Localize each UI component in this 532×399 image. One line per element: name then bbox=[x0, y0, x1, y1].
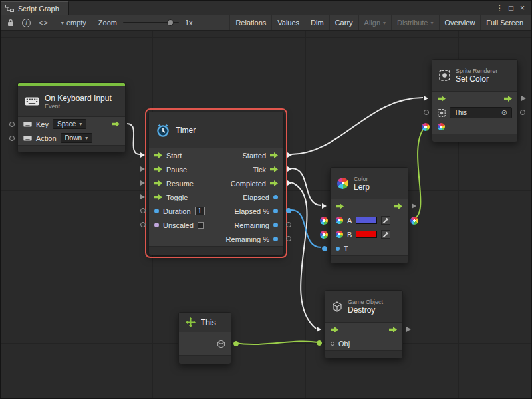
port-obj-value[interactable] bbox=[317, 340, 322, 346]
port-elapsed-pct-value[interactable] bbox=[286, 208, 291, 213]
port-flow-out[interactable] bbox=[412, 203, 416, 209]
graph-source-caret-icon[interactable]: ▾ bbox=[61, 20, 64, 26]
trigger-flow-out-arrow[interactable] bbox=[112, 121, 120, 127]
flow-in-arrow[interactable] bbox=[438, 96, 446, 102]
port-started-flow[interactable] bbox=[287, 152, 292, 158]
wire-timer-completed-to-destroy[interactable] bbox=[291, 182, 316, 329]
flow-in-arrow[interactable] bbox=[154, 194, 162, 200]
duration-input[interactable]: 1 bbox=[195, 207, 205, 215]
flow-out-arrow[interactable] bbox=[389, 327, 397, 332]
port-action-value[interactable] bbox=[9, 136, 15, 141]
port-target-value[interactable] bbox=[424, 110, 429, 115]
wire-timer-tick-to-lerp[interactable] bbox=[291, 168, 321, 205]
flow-in-arrow[interactable] bbox=[154, 152, 162, 158]
port-color-value[interactable] bbox=[422, 123, 430, 131]
port-remaining-value[interactable] bbox=[286, 222, 291, 227]
port-color-a[interactable] bbox=[320, 217, 328, 225]
object-picker-icon[interactable]: ⊙ bbox=[501, 108, 507, 117]
value-in-dot[interactable] bbox=[154, 209, 159, 213]
flow-in-arrow[interactable] bbox=[331, 327, 338, 332]
distribute-button[interactable]: Distribute▾ bbox=[391, 15, 438, 30]
value-out-dot[interactable] bbox=[273, 223, 278, 227]
graph-source-label[interactable]: empty bbox=[66, 19, 86, 27]
window-menu-icon[interactable]: ⋮ bbox=[494, 1, 505, 15]
port-label: Tick bbox=[253, 166, 266, 174]
port-start-flow[interactable] bbox=[140, 152, 145, 158]
port-renderer-out[interactable] bbox=[520, 110, 525, 115]
port-toggle-flow[interactable] bbox=[140, 194, 145, 200]
carry-button[interactable]: Carry bbox=[329, 15, 358, 30]
value-in-dot[interactable] bbox=[154, 223, 159, 227]
color-a-swatch[interactable] bbox=[356, 217, 377, 224]
port-color-b[interactable] bbox=[320, 231, 328, 239]
dim-button[interactable]: Dim bbox=[305, 15, 329, 30]
port-unscaled-value[interactable] bbox=[140, 222, 146, 227]
port-flow-out[interactable] bbox=[521, 96, 526, 101]
node-on-keyboard-input[interactable]: On Keyboard Input Event Key Space▾ Actio… bbox=[17, 82, 126, 152]
flow-out-arrow[interactable] bbox=[270, 152, 278, 158]
value-out-dot[interactable] bbox=[273, 209, 278, 213]
zoom-slider[interactable] bbox=[123, 22, 179, 23]
flow-in-arrow[interactable] bbox=[154, 180, 162, 186]
value-in-dot[interactable] bbox=[331, 342, 334, 346]
action-label: Action bbox=[36, 134, 57, 142]
fullscreen-button[interactable]: Full Screen bbox=[480, 15, 529, 30]
port-t-value[interactable] bbox=[322, 246, 327, 251]
port-flow-in[interactable] bbox=[317, 327, 321, 332]
port-flow-out[interactable] bbox=[406, 327, 411, 332]
chevron-down-icon: ▾ bbox=[431, 20, 434, 26]
target-object-field[interactable]: This⊙ bbox=[450, 107, 512, 118]
flow-out-arrow[interactable] bbox=[270, 166, 278, 172]
align-button[interactable]: Align▾ bbox=[358, 15, 391, 30]
port-resume-flow[interactable] bbox=[140, 180, 145, 186]
node-color-lerp[interactable]: Color Lerp A B T bbox=[330, 167, 408, 263]
port-key-value[interactable] bbox=[9, 122, 15, 127]
values-button[interactable]: Values bbox=[271, 15, 305, 30]
port-pause-flow[interactable] bbox=[140, 166, 145, 172]
value-in-dot[interactable] bbox=[336, 247, 340, 251]
unscaled-checkbox[interactable] bbox=[198, 222, 204, 229]
port-result-color[interactable] bbox=[410, 217, 418, 225]
port-self-out[interactable] bbox=[233, 341, 239, 346]
relations-button[interactable]: Relations bbox=[229, 15, 271, 30]
flow-out-arrow[interactable] bbox=[394, 203, 402, 209]
node-set-color[interactable]: Sprite Renderer Set Color This⊙ bbox=[432, 59, 518, 141]
wire-timer-started-to-setcolor[interactable] bbox=[291, 98, 423, 154]
window-maximize-icon[interactable]: □ bbox=[505, 1, 517, 15]
zoom-slider-handle[interactable] bbox=[167, 19, 174, 26]
value-out-dot[interactable] bbox=[273, 195, 278, 200]
color-b-swatch[interactable] bbox=[356, 231, 377, 238]
wire-keyboard-to-timer-start[interactable] bbox=[127, 124, 140, 154]
node-timer[interactable]: Timer StartStarted PauseTick ResumeCompl… bbox=[148, 112, 284, 255]
info-icon[interactable]: i bbox=[18, 19, 35, 27]
port-tick-flow[interactable] bbox=[287, 166, 292, 172]
port-completed-flow[interactable] bbox=[287, 180, 292, 186]
window-controls: ⋮ □ × bbox=[494, 1, 531, 15]
key-dropdown[interactable]: Space▾ bbox=[53, 119, 86, 129]
overview-button[interactable]: Overview bbox=[439, 15, 481, 30]
flow-in-arrow[interactable] bbox=[154, 166, 162, 172]
port-duration-value[interactable] bbox=[140, 208, 146, 213]
port-flow-in[interactable] bbox=[322, 203, 327, 209]
port-remaining-pct-value[interactable] bbox=[286, 236, 291, 241]
flow-out-arrow[interactable] bbox=[504, 96, 512, 102]
toolbar-separator bbox=[57, 18, 57, 27]
port-flow-in[interactable] bbox=[424, 96, 428, 101]
eyedropper-icon[interactable] bbox=[381, 216, 390, 225]
wire-this-to-destroy-obj[interactable] bbox=[234, 341, 318, 344]
flow-out-arrow[interactable] bbox=[270, 180, 278, 186]
tab-script-graph[interactable]: Script Graph bbox=[1, 1, 69, 15]
value-out-dot[interactable] bbox=[273, 237, 278, 241]
window-close-icon[interactable]: × bbox=[517, 1, 528, 15]
node-this[interactable]: This bbox=[178, 312, 231, 364]
tab-label: Script Graph bbox=[18, 5, 59, 13]
action-dropdown[interactable]: Down▾ bbox=[61, 133, 93, 143]
node-header: On Keyboard Input Event bbox=[18, 86, 125, 117]
graph-canvas[interactable]: On Keyboard Input Event Key Space▾ Actio… bbox=[1, 31, 531, 398]
eyedropper-icon[interactable] bbox=[381, 230, 390, 239]
node-header: Sprite Renderer Set Color bbox=[432, 60, 517, 92]
lock-icon[interactable] bbox=[3, 19, 18, 27]
code-view-icon[interactable]: <> bbox=[35, 19, 53, 27]
flow-in-arrow[interactable] bbox=[336, 203, 344, 209]
node-destroy[interactable]: Game Object Destroy Obj bbox=[325, 290, 403, 358]
